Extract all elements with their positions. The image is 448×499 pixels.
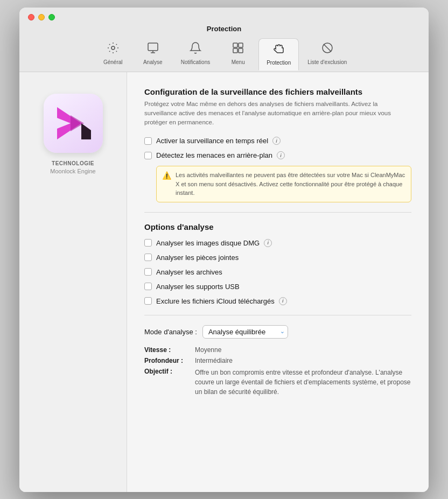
checkbox-usb[interactable]: [144, 283, 152, 290]
option-row-realtime: Activer la surveillance en temps réel i: [144, 137, 411, 145]
divider-2: [144, 315, 411, 315]
main-content: TECHNOLOGIE Moonlock Engine Configuratio…: [19, 72, 429, 492]
checkbox-icloud[interactable]: [144, 297, 152, 305]
minimize-button[interactable]: [38, 14, 45, 20]
svg-rect-1: [148, 43, 158, 51]
objectif-value: Offre un bon compromis entre vitesse et …: [195, 368, 411, 397]
vitesse-key: Vitesse :: [144, 346, 193, 354]
options-title: Options d'analyse: [144, 222, 411, 231]
exclusion-icon: [321, 41, 334, 58]
checkbox-realtime[interactable]: [144, 137, 152, 145]
close-button[interactable]: [28, 14, 34, 20]
tab-analyse[interactable]: Analyse: [134, 38, 172, 71]
checkbox-dmg[interactable]: [144, 239, 152, 247]
meta-row-objectif: Objectif : Offre un bon compromis entre …: [144, 368, 411, 397]
tab-protection[interactable]: Protection: [258, 38, 299, 71]
option-row-usb: Analyser les supports USB: [144, 283, 411, 291]
tab-notifications[interactable]: Notifications: [173, 38, 218, 71]
content-panel: Configuration de la surveillance des fic…: [127, 72, 429, 492]
svg-marker-10: [81, 123, 91, 139]
analyse-icon: [146, 41, 159, 58]
tab-menu[interactable]: Menu: [219, 38, 257, 71]
option-row-icloud: Exclure les fichiers iCloud téléchargés …: [144, 297, 411, 305]
svg-line-7: [324, 44, 331, 51]
option-row-attachments: Analyser les pièces jointes: [144, 254, 411, 262]
option-usb-label: Analyser les supports USB: [156, 283, 240, 291]
meta-row-vitesse: Vitesse : Moyenne: [144, 346, 411, 354]
tab-protection-label: Protection: [267, 60, 291, 66]
option-icloud-label: Exclure les fichiers iCloud téléchargés: [156, 297, 275, 305]
meta-row-profondeur: Profondeur : Intermédiaire: [144, 357, 411, 364]
info-badge-icloud[interactable]: i: [279, 297, 287, 305]
option-row-detect: Détectez les menaces en arrière-plan i: [144, 151, 411, 159]
tab-exclusion-label: Liste d'exclusion: [307, 59, 347, 65]
profondeur-value: Intermédiaire: [195, 357, 233, 364]
hand-icon: [272, 42, 285, 58]
info-badge-dmg[interactable]: i: [264, 239, 272, 247]
select-wrapper: Analyse légère Analyse équilibrée Analys…: [202, 325, 288, 339]
svg-rect-5: [239, 48, 243, 53]
option-archives-label: Analyser les archives: [156, 268, 222, 276]
option-row-dmg: Analyser les images disque DMG i: [144, 239, 411, 247]
tab-general[interactable]: Général: [94, 38, 132, 71]
svg-rect-2: [233, 43, 237, 47]
info-badge-detect[interactable]: i: [277, 151, 285, 159]
surveillance-title: Configuration de la surveillance des fic…: [144, 87, 411, 96]
window-title: Protection: [207, 25, 241, 33]
checkbox-attachments[interactable]: [144, 254, 152, 261]
vitesse-value: Moyenne: [195, 346, 221, 354]
option-detect-label: Détectez les menaces en arrière-plan: [156, 151, 272, 159]
toolbar: Général Analyse: [94, 38, 355, 72]
maximize-button[interactable]: [48, 14, 55, 20]
tab-menu-label: Menu: [232, 59, 245, 65]
info-badge-realtime[interactable]: i: [272, 137, 281, 145]
svg-rect-4: [233, 48, 237, 53]
general-icon: [107, 41, 120, 58]
sidebar: TECHNOLOGIE Moonlock Engine: [19, 72, 127, 492]
tab-general-label: Général: [103, 59, 123, 65]
tab-exclusion[interactable]: Liste d'exclusion: [300, 38, 354, 71]
mode-label: Mode d'analyse :: [144, 328, 197, 336]
tab-analyse-label: Analyse: [143, 59, 163, 65]
svg-point-0: [111, 46, 115, 50]
warning-box: ⚠️ Les activités malveillantes ne peuven…: [156, 166, 411, 202]
checkbox-detect[interactable]: [144, 152, 152, 159]
mode-select[interactable]: Analyse légère Analyse équilibrée Analys…: [202, 325, 288, 339]
svg-rect-3: [239, 43, 243, 47]
divider-1: [144, 212, 411, 213]
checkbox-archives[interactable]: [144, 268, 152, 276]
mode-row: Mode d'analyse : Analyse légère Analyse …: [144, 325, 411, 339]
option-realtime-label: Activer la surveillance en temps réel: [156, 137, 268, 145]
app-icon: [44, 94, 103, 153]
menu-icon: [232, 41, 244, 58]
sidebar-tech-label: TECHNOLOGIE: [52, 160, 94, 166]
warning-text: Les activités malveillantes ne peuvent p…: [176, 171, 405, 198]
sidebar-engine-label: Moonlock Engine: [50, 168, 95, 174]
tab-notifications-label: Notifications: [181, 59, 210, 65]
profondeur-key: Profondeur :: [144, 357, 193, 364]
surveillance-desc: Protégez votre Mac même en dehors des an…: [144, 100, 411, 128]
main-window: Protection Général: [19, 8, 429, 492]
option-dmg-label: Analyser les images disque DMG: [156, 239, 260, 247]
warning-icon: ⚠️: [162, 171, 171, 180]
option-row-archives: Analyser les archives: [144, 268, 411, 276]
titlebar: Protection Général: [19, 8, 429, 72]
objectif-key: Objectif :: [144, 368, 193, 375]
option-attachments-label: Analyser les pièces jointes: [156, 254, 239, 262]
bell-icon: [189, 41, 202, 58]
traffic-lights: [28, 14, 55, 20]
